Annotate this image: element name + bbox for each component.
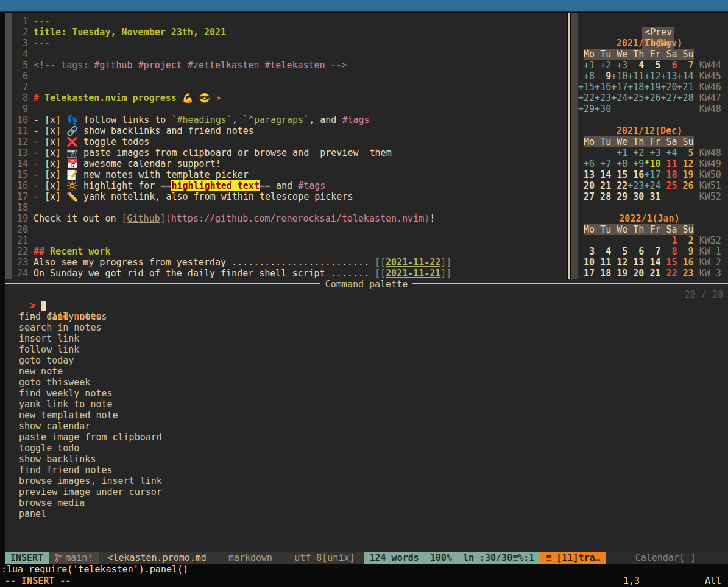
- calendar-day[interactable]: 19: [677, 169, 694, 180]
- palette-item[interactable]: goto thisweek: [5, 377, 728, 388]
- calendar-day[interactable]: 21: [595, 180, 611, 191]
- editor-line[interactable]: 11- [x] 🔗 show backlinks and friend note…: [12, 125, 567, 136]
- calendar-day[interactable]: +2: [595, 60, 611, 71]
- palette-item[interactable]: new note: [5, 366, 728, 377]
- editor-line[interactable]: 16- [x] 🔆 highlight for ==highlighted te…: [12, 180, 567, 191]
- calendar-day[interactable]: 15: [660, 257, 677, 268]
- calendar-day[interactable]: +4: [660, 147, 677, 158]
- calendar-day[interactable]: 1: [660, 235, 677, 246]
- palette-item[interactable]: panel: [5, 508, 728, 519]
- calendar-day[interactable]: +28: [677, 93, 694, 104]
- calendar-day[interactable]: +10: [611, 71, 627, 82]
- calendar-day[interactable]: 3: [578, 246, 595, 257]
- editor-line[interactable]: 24On Sunday we got rid of the daily find…: [12, 268, 567, 279]
- calendar-day[interactable]: 11: [595, 257, 611, 268]
- editor-line[interactable]: 9: [12, 104, 567, 114]
- calendar-day[interactable]: 7: [644, 246, 660, 257]
- editor-line[interactable]: 6: [12, 71, 567, 82]
- calendar-day[interactable]: 25: [660, 180, 677, 191]
- calendar-day[interactable]: 19: [611, 268, 627, 279]
- calendar-day[interactable]: +21: [677, 82, 694, 93]
- calendar-day[interactable]: 12: [677, 158, 694, 169]
- calendar-scrollbar[interactable]: [571, 13, 578, 279]
- calendar-day[interactable]: 18: [660, 169, 677, 180]
- editor-line[interactable]: 2title: Tuesday, November 23th, 2021: [12, 27, 567, 38]
- calendar-day[interactable]: +23: [627, 180, 644, 191]
- editor-line[interactable]: 22## Recent work: [12, 246, 567, 257]
- calendar-day[interactable]: +24: [644, 180, 660, 191]
- editor-line[interactable]: 4: [12, 49, 567, 60]
- calendar-day[interactable]: 29: [611, 191, 627, 202]
- calendar-day[interactable]: +1: [611, 147, 627, 158]
- calendar-day[interactable]: 11: [660, 158, 677, 169]
- calendar-day[interactable]: 13: [578, 169, 595, 180]
- prev-button[interactable]: <Prev: [642, 27, 674, 38]
- palette-item[interactable]: new templated note: [5, 410, 728, 421]
- calendar-day[interactable]: +17: [644, 169, 660, 180]
- calendar-day[interactable]: 16: [627, 169, 644, 180]
- calendar-day[interactable]: 23: [677, 268, 694, 279]
- calendar-day[interactable]: +15: [578, 82, 595, 93]
- palette-item[interactable]: find friend notes: [5, 465, 728, 476]
- calendar-day[interactable]: +16: [595, 82, 611, 93]
- calendar-day[interactable]: +23: [595, 93, 611, 104]
- calendar-day[interactable]: 14: [644, 257, 660, 268]
- palette-item[interactable]: show backlinks: [5, 454, 728, 465]
- calendar-day[interactable]: 6: [627, 246, 644, 257]
- calendar-day[interactable]: +30: [595, 104, 611, 114]
- palette-item[interactable]: browse images, insert link: [5, 476, 728, 487]
- calendar-day[interactable]: 4: [595, 246, 611, 257]
- calendar-day[interactable]: +7: [595, 158, 611, 169]
- calendar-day[interactable]: 4: [627, 60, 644, 71]
- tabs-segment[interactable]: ≡ [11]tra…: [540, 552, 606, 564]
- calendar-day[interactable]: 7: [677, 60, 694, 71]
- calendar-window[interactable]: <Prev Today Next> 2021/11(Nov) Mo Tu We …: [578, 13, 728, 279]
- calendar-day[interactable]: 22: [660, 268, 677, 279]
- palette-item[interactable]: insert link: [5, 333, 728, 344]
- calendar-day[interactable]: +11: [627, 71, 644, 82]
- calendar-day[interactable]: +24: [611, 93, 627, 104]
- calendar-day[interactable]: 10: [578, 257, 595, 268]
- calendar-day[interactable]: +25: [627, 93, 644, 104]
- calendar-day[interactable]: 5: [677, 147, 694, 158]
- calendar-day[interactable]: +12: [644, 71, 660, 82]
- link-text[interactable]: Github: [127, 213, 160, 224]
- calendar-day[interactable]: +26: [644, 93, 660, 104]
- calendar-day[interactable]: 8: [660, 246, 677, 257]
- calendar-day[interactable]: +19: [644, 82, 660, 93]
- calendar-day[interactable]: 30: [627, 191, 644, 202]
- editor-scrollbar[interactable]: [5, 13, 12, 279]
- calendar-day[interactable]: +22: [578, 93, 595, 104]
- palette-item[interactable]: follow link: [5, 344, 728, 355]
- calendar-day[interactable]: 15: [611, 169, 627, 180]
- palette-item[interactable]: show calendar: [5, 421, 728, 432]
- palette-item[interactable]: yank link to note: [5, 399, 728, 410]
- editor-line[interactable]: 15- [x] 📝 new notes with template picker: [12, 169, 567, 180]
- palette-item[interactable]: preview image under cursor: [5, 487, 728, 497]
- calendar-day[interactable]: +2: [627, 147, 644, 158]
- calendar-day[interactable]: 22: [611, 180, 627, 191]
- calendar-day[interactable]: +20: [660, 82, 677, 93]
- palette-item[interactable]: paste image from clipboard: [5, 432, 728, 443]
- calendar-day[interactable]: +18: [627, 82, 644, 93]
- editor-line[interactable]: 8# Telekasten.nvim progress 💪 😎 ⚡: [12, 93, 567, 104]
- editor-line[interactable]: 20: [12, 224, 567, 235]
- calendar-day[interactable]: 5: [644, 60, 660, 71]
- editor-line[interactable]: 21: [12, 235, 567, 246]
- calendar-day[interactable]: 14: [595, 169, 611, 180]
- calendar-day[interactable]: +17: [611, 82, 627, 93]
- calendar-day[interactable]: +1: [578, 60, 595, 71]
- calendar-day[interactable]: 21: [644, 268, 660, 279]
- editor-window[interactable]: 1---2title: Tuesday, November 23th, 2021…: [12, 13, 567, 279]
- editor-line[interactable]: 17- [x] ✏️ yank notelink, also from with…: [12, 191, 567, 202]
- editor-line[interactable]: 19Check it out on [Github](https://githu…: [12, 213, 567, 224]
- editor-line[interactable]: 3---: [12, 38, 567, 49]
- editor-line[interactable]: 18: [12, 202, 567, 213]
- calendar-day[interactable]: *10: [644, 158, 660, 169]
- selected-item-row[interactable]: >find notes: [5, 300, 728, 311]
- calendar-day[interactable]: 12: [611, 257, 627, 268]
- calendar-day[interactable]: 27: [578, 191, 595, 202]
- editor-line[interactable]: 1---: [12, 16, 567, 27]
- calendar-day[interactable]: +3: [611, 60, 627, 71]
- palette-item[interactable]: find weekly notes: [5, 388, 728, 399]
